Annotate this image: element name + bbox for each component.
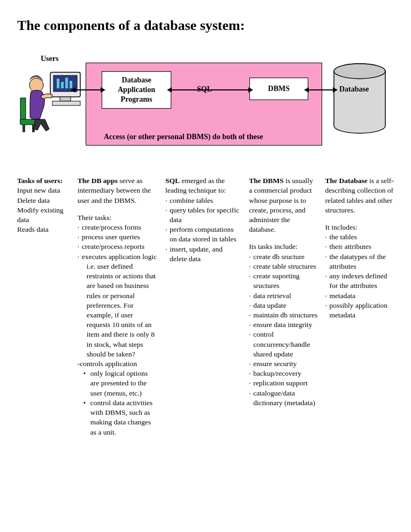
col-database: The Database is a self-describing collec… — [325, 176, 394, 320]
arrow-app-dbms — [171, 89, 249, 90]
svg-rect-3 — [61, 82, 64, 88]
col-sql: SQL emerged as the leading technique to:… — [165, 176, 241, 264]
db-app-programs-box: Database Application Programs — [102, 71, 171, 109]
col5-item: ·possibly application metadata — [325, 301, 394, 320]
col5-item: ·their attributes — [325, 242, 394, 252]
col5-item: ·metadata — [325, 291, 394, 301]
col5-item: ·any indexes defined for the attributes — [325, 271, 394, 291]
col4-task: ·replication support — [249, 378, 317, 388]
col4-task: ·create db sructure — [249, 252, 317, 262]
col1-line: Input new data — [17, 186, 70, 195]
col2-task: create/process reports — [82, 242, 158, 252]
svg-rect-2 — [57, 79, 59, 88]
col2-task: process user queries — [82, 232, 158, 242]
col3-bold: SQL — [165, 177, 180, 185]
col3-task: combine tables — [170, 196, 241, 206]
col4-task: ·create table structures — [249, 262, 317, 271]
arrow-head-icon — [248, 87, 253, 93]
col1-line: Modify existing data — [17, 206, 70, 225]
col4-task: ·ensure data integrity — [249, 320, 317, 330]
page-title: The components of a database system: — [17, 16, 394, 35]
col4-task: ·create suporting sructures — [249, 271, 317, 291]
arrow-dbms-db — [308, 89, 334, 90]
col5-bold: The Database — [325, 177, 368, 185]
col2-logic-desc: i.e. user defined restraints or actions … — [78, 262, 158, 359]
col4-bold: The DBMS — [249, 177, 284, 185]
access-caption: Access (or other personal DBMS) do both … — [104, 132, 263, 142]
col-users: Tasks of users: Input new data Delete da… — [17, 176, 70, 234]
col4-tasks-heading: Its tasks include: — [249, 242, 317, 252]
svg-rect-7 — [52, 101, 80, 105]
database-cylinder-icon — [331, 63, 389, 135]
col4-task: ·catalogue/data dictionary (metadata) — [249, 389, 317, 408]
arrow-head-icon — [333, 87, 338, 93]
arrow-head-icon — [304, 87, 309, 93]
col1-heading: Tasks of users: — [17, 177, 63, 185]
svg-rect-4 — [65, 78, 68, 88]
architecture-diagram: Users Database Application Programs SQL … — [17, 54, 394, 161]
col2-tasks-heading: Their tasks: — [78, 213, 158, 223]
arrow-head-icon — [167, 87, 172, 93]
col-db-apps: The DB apps serve as intermediary betwee… — [78, 176, 158, 437]
svg-point-14 — [334, 64, 385, 79]
col2-task: executes application logic — [82, 252, 158, 262]
columns-container: Tasks of users: Input new data Delete da… — [17, 176, 394, 437]
col2-task: create/process forms — [82, 223, 158, 232]
arrow-user-app — [75, 89, 102, 90]
col1-line: Delete data — [17, 196, 70, 206]
col4-task: ·control concurrency/handle shared updat… — [249, 330, 317, 359]
col-dbms: The DBMS is usually a commercial product… — [249, 176, 317, 408]
col1-line: Reads data — [17, 225, 70, 234]
col2-bold: The DB apps — [78, 177, 118, 185]
arrow-head-icon — [71, 87, 75, 93]
svg-rect-6 — [60, 97, 71, 101]
col2-controls: -controls application — [78, 359, 158, 369]
col4-task: ·ensure security — [249, 359, 317, 369]
col4-intro: is usually a commercial product whose pu… — [249, 177, 313, 233]
svg-rect-10 — [22, 125, 25, 132]
col4-task: ·data retrieval — [249, 291, 317, 301]
col3-task: perform computations on data stored in t… — [170, 225, 241, 244]
col5-item: ·the tables — [325, 232, 394, 242]
col2-sub: only logical options are presented to th… — [90, 369, 158, 398]
database-label: Database — [339, 85, 369, 95]
col4-task: ·maintain db structures — [249, 310, 317, 320]
col3-task: query tables for specific data — [170, 206, 241, 225]
col5-inc-heading: It includes: — [325, 223, 394, 232]
dbms-box: DBMS — [249, 78, 308, 100]
col4-task: ·data update — [249, 301, 317, 310]
col3-task: insert, update, and delete data — [170, 245, 241, 264]
col2-sub: control data activities with DBMS, such … — [90, 398, 158, 437]
col5-item: ·the datatypes of the attributes — [325, 252, 394, 271]
arrow-head-icon — [101, 87, 105, 93]
col4-task: ·backup/recovery — [249, 369, 317, 378]
users-label: Users — [41, 54, 58, 64]
user-clipart-icon — [19, 66, 83, 135]
